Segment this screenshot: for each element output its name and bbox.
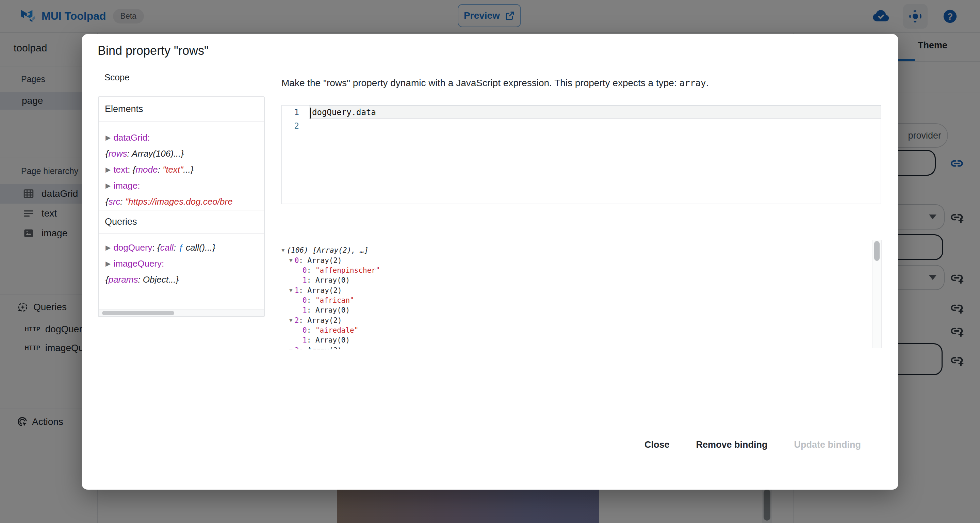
tree-segment: "african" <box>315 296 354 305</box>
tree-segment: 1 <box>302 336 307 344</box>
scope-label: Scope <box>105 72 130 83</box>
tree-segment: call <box>160 242 173 253</box>
tree-segment: { <box>157 242 160 253</box>
tree-segment: ▶ <box>105 182 113 189</box>
tree-segment: { <box>105 148 108 159</box>
tree-segment: ▶ <box>105 260 113 267</box>
result-preview-tree: ▼(106) [Array(2), …]▼0: Array(2)0: "affe… <box>282 240 872 349</box>
tree-segment: "https://images.dog.ceo/bre <box>125 196 233 207</box>
tree-segment: : Array(2) <box>299 257 342 265</box>
tree-row[interactable]: 1: Array(0) <box>282 305 872 315</box>
tree-segment: "text" <box>163 164 183 175</box>
tree-row[interactable]: 1: Array(0) <box>282 335 872 345</box>
tree-segment: : <box>307 296 315 305</box>
tree-segment: "affenpinscher" <box>315 266 380 274</box>
tree-segment: ▼ <box>289 257 295 263</box>
tree-row[interactable]: ▼0: Array(2) <box>282 255 872 266</box>
tree-segment: 3 <box>295 346 299 349</box>
tree-segment: { <box>105 274 108 285</box>
tree-segment: 1 <box>302 306 307 314</box>
update-binding-button[interactable]: Update binding <box>786 435 869 455</box>
tree-segment: : <box>120 196 125 207</box>
tree-segment: : Object...} <box>138 274 179 285</box>
tree-segment: : Array(2) <box>299 286 342 295</box>
tree-row[interactable]: 0: "airedale" <box>282 325 872 335</box>
tree-segment: ▶ <box>105 244 113 251</box>
dialog-description: Make the "rows" property dynamic with a … <box>282 78 709 89</box>
tree-row[interactable]: ▶dataGrid: <box>105 130 264 146</box>
elements-header: Elements <box>99 97 264 121</box>
tree-segment: image: <box>113 180 140 191</box>
code-editor[interactable]: 1 dogQuery.data 2 <box>282 105 881 204</box>
line-number: 2 <box>282 121 309 131</box>
editor-line-2[interactable]: 2 <box>282 119 881 133</box>
tree-row[interactable]: {src: "https://images.dog.ceo/bre <box>105 194 264 210</box>
tree-row[interactable]: ▼2: Array(2) <box>282 315 872 325</box>
editor-code: dogQuery.data <box>312 108 376 117</box>
tree-row[interactable]: {params: Object...} <box>105 272 264 288</box>
tree-row[interactable]: ▼3: Array(2) <box>282 345 872 349</box>
tree-segment: dataGrid: <box>113 132 150 143</box>
result-scrollbar-thumb[interactable] <box>874 241 880 261</box>
tree-segment: mode <box>135 164 158 175</box>
tree-segment: (106) [Array(2), …] <box>287 246 369 254</box>
scope-horizontal-scrollbar[interactable] <box>99 309 264 316</box>
tree-segment: : Array(2) <box>299 346 342 349</box>
description-text: Make the "rows" property dynamic with a … <box>282 78 679 88</box>
tree-segment: src <box>108 196 121 207</box>
tree-segment: ▼ <box>289 347 295 349</box>
tree-segment: : Array(0) <box>307 276 350 284</box>
tree-segment: call()...} <box>183 242 215 253</box>
remove-binding-button[interactable]: Remove binding <box>688 435 776 455</box>
tree-segment: 0 <box>302 326 307 334</box>
tree-segment: ▼ <box>282 247 287 254</box>
tree-segment: : <box>307 266 315 274</box>
tree-row[interactable]: ▶image: <box>105 178 264 194</box>
tree-segment: 0 <box>295 257 299 265</box>
description-period: . <box>706 78 709 88</box>
description-type: array <box>679 78 706 88</box>
tree-segment: imageQuery: <box>113 258 164 269</box>
tree-segment: ▶ <box>105 166 113 173</box>
tree-row[interactable]: 0: "affenpinscher" <box>282 266 872 276</box>
tree-segment: : <box>307 326 315 334</box>
tree-row[interactable]: {rows: Array(106)...} <box>105 146 264 162</box>
tree-segment: dogQuery <box>113 242 152 253</box>
tree-row[interactable]: ▶imageQuery: <box>105 256 264 272</box>
tree-segment: 2 <box>295 316 299 324</box>
tree-segment: : Array(0) <box>307 306 350 314</box>
tree-segment: 1 <box>295 286 299 295</box>
elements-tree: ▶dataGrid:{rows: Array(106)...}▶text: {m… <box>99 121 264 210</box>
dialog-actions: Close Remove binding Update binding <box>636 435 869 455</box>
editor-line-1[interactable]: 1 dogQuery.data <box>282 105 881 119</box>
result-scrollbar[interactable] <box>872 240 882 348</box>
tree-segment: : Array(106)...} <box>127 148 184 159</box>
tree-row[interactable]: ▶dogQuery: {call: ƒ call()...} <box>105 240 264 256</box>
tree-segment: 0 <box>302 266 307 274</box>
tree-segment: "airedale" <box>315 326 358 334</box>
tree-segment: params <box>108 274 138 285</box>
close-button[interactable]: Close <box>636 435 678 455</box>
tree-row[interactable]: ▼1: Array(2) <box>282 285 872 295</box>
tree-segment: : Array(2) <box>299 316 342 324</box>
scope-scrollbar-thumb[interactable] <box>102 311 174 315</box>
tree-row[interactable]: ▼(106) [Array(2), …] <box>282 240 872 255</box>
scope-browser: Elements ▶dataGrid:{rows: Array(106)...}… <box>98 96 265 317</box>
tree-segment: ƒ <box>178 242 183 253</box>
line-number: 1 <box>282 108 309 117</box>
tree-segment: : <box>158 164 163 175</box>
tree-segment: text <box>113 164 127 175</box>
queries-header: Queries <box>99 210 264 234</box>
tree-row[interactable]: 1: Array(0) <box>282 276 872 285</box>
tree-segment: ▼ <box>289 287 295 293</box>
tree-segment: ▶ <box>105 134 113 141</box>
tree-segment: rows <box>108 148 127 159</box>
tree-segment: 1 <box>302 276 307 284</box>
tree-segment: : <box>127 164 132 175</box>
tree-row[interactable]: 0: "african" <box>282 295 872 305</box>
tree-segment: : Array(0) <box>307 336 350 344</box>
tree-row[interactable]: ▶text: {mode: "text"...} <box>105 162 264 178</box>
text-cursor <box>310 108 311 118</box>
bind-property-dialog: Bind property "rows" Scope Elements ▶dat… <box>82 34 898 490</box>
tree-segment: { <box>105 196 108 207</box>
